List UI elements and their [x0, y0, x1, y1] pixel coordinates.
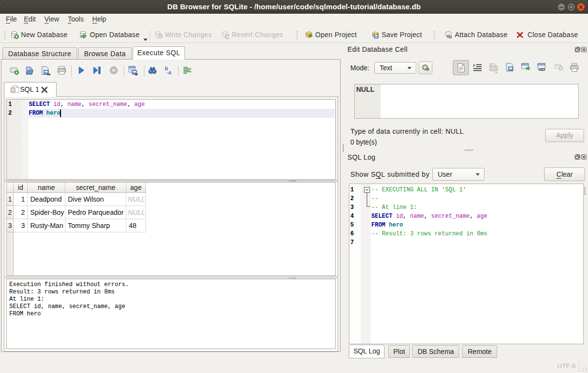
svg-text:b: b	[165, 66, 168, 71]
